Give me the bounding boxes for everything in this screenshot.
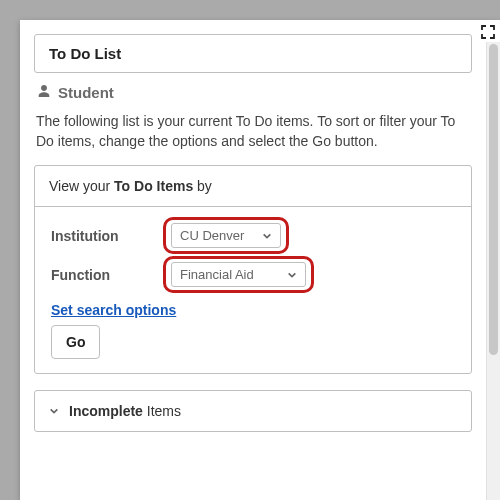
- chevron-down-icon: [287, 270, 297, 280]
- institution-select-wrap: CU Denver: [171, 223, 281, 248]
- expand-icon[interactable]: [480, 24, 496, 40]
- scrollbar-thumb[interactable]: [489, 44, 498, 355]
- function-value: Financial Aid: [180, 267, 254, 282]
- go-button[interactable]: Go: [51, 325, 100, 359]
- page-title-text: To Do List: [49, 45, 121, 62]
- filter-body: Institution CU Denver Function Financial…: [35, 207, 471, 373]
- page-title: To Do List: [34, 34, 472, 73]
- chevron-down-icon: [262, 231, 272, 241]
- incomplete-items-section[interactable]: Incomplete Items: [34, 390, 472, 432]
- filter-box: View your To Do Items by Institution CU …: [34, 165, 472, 374]
- chevron-down-icon: [49, 406, 59, 416]
- section-title: Incomplete Items: [69, 403, 181, 419]
- institution-select[interactable]: CU Denver: [171, 223, 281, 248]
- filter-heading: View your To Do Items by: [35, 166, 471, 207]
- scrollbar[interactable]: [486, 42, 500, 500]
- set-search-options-link[interactable]: Set search options: [51, 302, 176, 318]
- function-select-wrap: Financial Aid: [171, 262, 306, 287]
- user-icon: [36, 83, 52, 102]
- role-row: Student: [36, 83, 472, 102]
- institution-label: Institution: [51, 228, 171, 244]
- institution-row: Institution CU Denver: [51, 223, 455, 248]
- role-label: Student: [58, 84, 114, 101]
- institution-value: CU Denver: [180, 228, 244, 243]
- function-row: Function Financial Aid: [51, 262, 455, 287]
- function-label: Function: [51, 267, 171, 283]
- description-text: The following list is your current To Do…: [36, 112, 470, 151]
- main-panel: To Do List Student The following list is…: [20, 20, 500, 500]
- function-select[interactable]: Financial Aid: [171, 262, 306, 287]
